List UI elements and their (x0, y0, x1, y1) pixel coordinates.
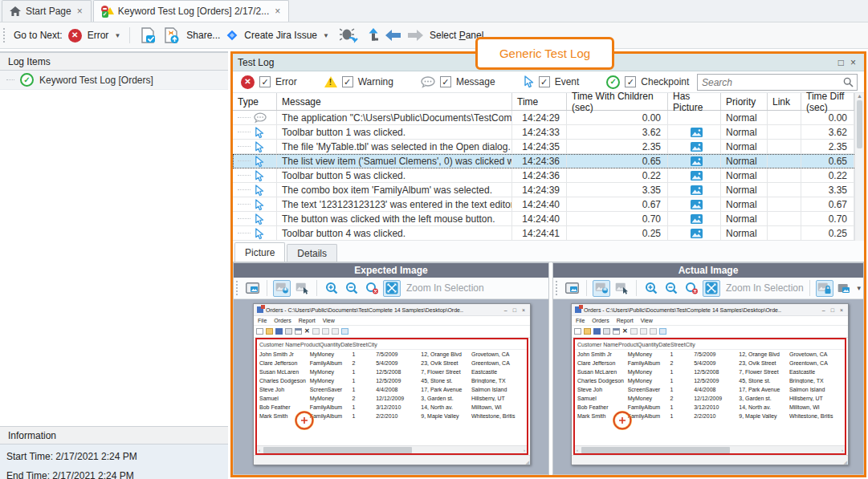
col-message[interactable]: Message (277, 93, 512, 110)
back-arrow-icon[interactable] (385, 28, 401, 43)
zoom-in-selection-icon[interactable] (703, 280, 720, 297)
table-scrollbar[interactable]: ▲ (854, 93, 864, 241)
chevron-down-icon[interactable]: ▼ (856, 285, 862, 292)
priority-cell: Normal (721, 168, 768, 182)
col-link[interactable]: Link (768, 93, 801, 110)
tab-start-page[interactable]: Start Page × (2, 0, 92, 22)
table-row[interactable]: The application "C:\Users\Public\Documen… (233, 111, 864, 125)
table-row[interactable]: Toolbar button 1 was clicked. 14:24:33 3… (233, 125, 864, 140)
go-to-next-error-button[interactable]: Error (88, 30, 109, 41)
zoom-in-selection-icon[interactable] (383, 280, 401, 297)
col-time-diff[interactable]: Time Diff (sec) (801, 93, 854, 110)
orders-table-row: Susan McLaren MyMoney 1 12/5/2008 7, Flo… (575, 367, 845, 376)
message-checkbox[interactable]: ✓ (440, 76, 451, 87)
event-icon (523, 75, 534, 88)
create-jira-issue-button[interactable]: Create Jira Issue (244, 30, 317, 41)
search-icon[interactable] (840, 77, 857, 87)
success-check-icon: ✓ (20, 73, 34, 87)
chevron-down-icon[interactable]: ▼ (114, 32, 120, 39)
close-icon[interactable]: × (76, 6, 84, 17)
filter-event[interactable]: ✓ Event (523, 75, 580, 88)
link-cell (768, 212, 801, 225)
time-diff-cell: 0.65 (801, 154, 854, 168)
col-type[interactable]: Type (233, 93, 277, 110)
scroll-thumb[interactable] (857, 100, 862, 148)
tab-details[interactable]: Details (287, 244, 337, 262)
pan-image-icon[interactable] (273, 280, 291, 297)
event-icon (254, 170, 267, 181)
search-input[interactable] (698, 77, 840, 88)
zoom-reset-icon[interactable] (363, 280, 381, 297)
table-row[interactable]: The combo box item 'FamilyAlbum' was sel… (233, 183, 864, 197)
priority-cell: Normal (721, 183, 768, 197)
toolbar-grip[interactable] (236, 281, 239, 295)
toolbar-grip[interactable] (3, 28, 6, 43)
tree-connector (238, 233, 251, 233)
callout-label: Generic Test Log (499, 47, 590, 60)
zoom-out-icon[interactable] (662, 280, 680, 297)
close-icon[interactable]: × (847, 57, 859, 68)
image-options-icon[interactable] (836, 280, 854, 297)
time-cell: 14:24:40 (512, 197, 567, 211)
properties-icon (613, 328, 620, 335)
filter-checkpoint[interactable]: ✓ ✓ Checkpoint (606, 75, 689, 89)
table-row[interactable]: The list view item ('Samuel Clemens', 0)… (233, 154, 864, 168)
table-row[interactable]: The button was clicked with the left mou… (233, 212, 864, 226)
chevron-down-icon[interactable]: ▼ (323, 32, 329, 39)
time-diff-cell: 0.22 (801, 168, 854, 182)
select-image-icon[interactable] (613, 280, 630, 297)
up-one-level-icon[interactable] (365, 27, 379, 43)
table-row[interactable]: The text '123123123123' was entered in t… (233, 197, 864, 212)
sidebar-item-keyword-test-log[interactable]: ✓ Keyword Test Log [Orders] (0, 71, 228, 90)
scroll-up-icon[interactable]: ▲ (855, 93, 864, 99)
close-icon[interactable]: × (274, 6, 281, 17)
orders-hscrollbar: ‹ › (257, 445, 527, 453)
information-row: End Time: 2/17/2021 2:24 PM (6, 470, 228, 479)
zoom-in-icon[interactable] (323, 280, 340, 297)
orders-table-row: Susan McLaren MyMoney 1 12/5/2008 7, Flo… (257, 367, 527, 376)
orders-app-icon (575, 306, 581, 313)
show-image-in-window-icon[interactable] (243, 280, 261, 297)
zoom-out-icon[interactable] (343, 280, 361, 297)
table-row[interactable]: Toolbar button 5 was clicked. 14:24:36 0… (233, 168, 864, 183)
share-button[interactable]: Share... (186, 30, 220, 41)
detail-tab-strip: Picture Details (233, 241, 864, 262)
share-icon[interactable] (162, 26, 181, 44)
expected-image-canvas[interactable]: Orders - C:\Users\Public\Documents\TestC… (234, 299, 548, 474)
search-box[interactable] (697, 74, 858, 91)
new-icon (574, 328, 581, 335)
picture-icon (691, 214, 703, 224)
orders-table-header: Customer NameProductQuantityDateStreetCi… (257, 339, 527, 350)
maximize-icon[interactable]: □ (835, 57, 847, 68)
col-time-with-children[interactable]: Time With Children (sec) (567, 93, 668, 110)
col-priority[interactable]: Priority (721, 93, 768, 110)
pan-image-icon[interactable] (593, 280, 610, 297)
col-time[interactable]: Time (512, 93, 567, 110)
menu-item: View (641, 318, 653, 323)
error-checkbox[interactable]: ✓ (259, 76, 271, 87)
link-cell (768, 183, 801, 197)
table-row[interactable]: The file 'MyTable.tbl' was selected in t… (233, 140, 864, 154)
filter-error[interactable]: ✕ ✓ Error (241, 75, 297, 89)
tab-picture[interactable]: Picture (234, 242, 285, 262)
post-issue-bug-icon[interactable] (340, 27, 359, 43)
actual-image-canvas[interactable]: Orders - C:\Users\Public\Documents\TestC… (553, 299, 863, 474)
checkpoint-checkbox[interactable]: ✓ (625, 76, 636, 87)
filter-warning[interactable]: ✓ Warning (324, 76, 393, 87)
filter-message[interactable]: ✓ Message (421, 76, 495, 88)
event-icon (254, 213, 267, 225)
show-image-in-window-icon[interactable] (563, 280, 581, 297)
warning-checkbox[interactable]: ✓ (342, 76, 353, 87)
select-image-icon[interactable] (293, 280, 311, 297)
col-has-picture[interactable]: Has Picture (668, 93, 721, 110)
zoom-reset-icon[interactable] (683, 280, 700, 297)
export-results-button[interactable] (139, 26, 157, 44)
tab-keyword-test-log[interactable]: ✓ Keyword Test Log [Orders] 2/17/2... × (93, 0, 290, 22)
event-checkbox[interactable]: ✓ (539, 76, 550, 87)
table-row[interactable]: Toolbar button 4 was clicked. 14:24:41 0… (233, 226, 864, 241)
zoom-in-icon[interactable] (642, 280, 660, 297)
error-icon: ✕ (68, 29, 82, 43)
orders-titlebar: Orders - C:\Users\Public\Documents\TestC… (254, 304, 530, 316)
toolbar-grip[interactable] (556, 281, 559, 295)
lock-images-icon[interactable] (816, 280, 833, 297)
